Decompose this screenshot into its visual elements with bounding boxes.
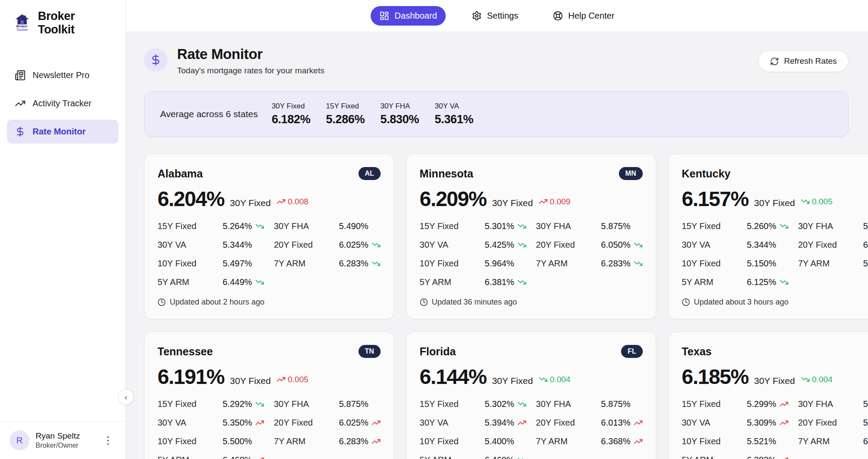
rate-label: 15Y Fixed <box>158 399 223 409</box>
rate-label: 10Y Fixed <box>158 436 223 446</box>
trending-down-icon <box>517 222 526 231</box>
rates-grid: 15Y Fixed 5.264% 30Y FHA 5.490% 30Y VA 5… <box>158 221 381 287</box>
average-summary-bar: Average across 6 states 30Y Fixed 6.182%… <box>144 91 848 137</box>
rate-value: 5.302% <box>485 399 536 409</box>
rate-value: 5.344% <box>747 240 798 250</box>
rate-value: 5.301% <box>485 221 536 231</box>
main-rate-label: 30Y Fixed <box>230 198 271 208</box>
sidebar-item-label: Rate Monitor <box>33 127 85 137</box>
clock-icon <box>158 298 166 306</box>
main-rate-value: 6.191% <box>158 365 224 389</box>
rate-label: 15Y Fixed <box>420 221 485 231</box>
stat-label: 15Y Fixed <box>326 102 365 111</box>
rate-label: 20Y Fixed <box>274 240 339 250</box>
rate-label: 7Y ARM <box>798 436 863 446</box>
rates-grid: 15Y Fixed 5.292% 30Y FHA 5.875% 30Y VA 5… <box>158 399 381 459</box>
sidebar-collapse-button[interactable]: ‹ <box>118 389 134 405</box>
trending-up-icon <box>779 418 789 427</box>
state-rate-card: Minnesota MN 6.209% 30Y Fixed 0.009 15Y … <box>406 154 656 319</box>
delta-value: 0.009 <box>550 197 571 207</box>
delta-value: 0.004 <box>550 375 571 384</box>
tab-label: Settings <box>487 11 518 21</box>
rate-label: 15Y Fixed <box>682 221 747 231</box>
sidebar-item-rate-monitor[interactable]: Rate Monitor <box>7 120 118 144</box>
rate-value: 5.400% <box>485 436 536 446</box>
sidebar-item-activity-tracker[interactable]: Activity Tracker <box>7 92 118 115</box>
tab-dashboard[interactable]: Dashboard <box>371 6 446 26</box>
stat-value: 5.286% <box>326 113 365 126</box>
refresh-icon <box>770 57 779 66</box>
state-rate-card: Alabama AL 6.204% 30Y Fixed 0.008 15Y Fi… <box>144 154 394 319</box>
stat-value: 5.361% <box>434 113 473 126</box>
rate-label: 10Y Fixed <box>420 259 485 269</box>
tab-help-center[interactable]: Help Center <box>544 6 623 26</box>
state-name: Florida <box>420 345 456 358</box>
rate-label: 10Y Fixed <box>420 436 485 446</box>
logo-word-2: Toolkit <box>16 28 28 32</box>
rate-value: 5.521% <box>747 436 798 446</box>
trending-down-icon <box>801 197 810 206</box>
rate-value: 5.990% <box>863 221 868 231</box>
rate-label: 20Y Fixed <box>798 418 863 428</box>
life-buoy-icon <box>553 11 563 21</box>
rate-value: 5.425% <box>485 240 536 250</box>
dollar-icon <box>15 126 26 137</box>
rate-label: 20Y Fixed <box>536 240 601 250</box>
rate-value: 5.292% <box>223 399 274 409</box>
state-name: Minnesota <box>420 167 473 180</box>
average-stat: 30Y FHA 5.830% <box>380 102 419 126</box>
rates-grid: 15Y Fixed 5.301% 30Y FHA 5.875% 30Y VA 5… <box>420 221 643 287</box>
rate-label: 5Y ARM <box>158 277 223 287</box>
sidebar-item-label: Newsletter Pro <box>33 70 89 80</box>
trending-down-icon <box>634 259 643 268</box>
user-name: Ryan Speltz <box>36 431 80 441</box>
updated-text: Updated about 2 hours ago <box>170 298 264 307</box>
trending-up-icon <box>634 437 643 446</box>
newspaper-icon <box>15 70 26 81</box>
rate-value: 5.993% <box>863 418 868 428</box>
rate-value: 6.050% <box>601 240 643 250</box>
delta-value: 0.004 <box>812 375 833 384</box>
app-title: Broker Toolkit <box>38 10 113 36</box>
page-subtitle: Today's mortgage rates for your markets <box>177 66 324 75</box>
gear-icon <box>472 11 482 21</box>
rate-label: 7Y ARM <box>798 259 863 269</box>
sidebar-item-label: Activity Tracker <box>33 98 92 108</box>
stat-label: 30Y Fixed <box>272 102 310 111</box>
rate-label: 10Y Fixed <box>682 259 747 269</box>
rate-value: 6.013% <box>601 418 643 428</box>
average-stat: 15Y Fixed 5.286% <box>326 102 365 126</box>
trending-down-icon <box>517 240 526 249</box>
rate-value: 5.875% <box>863 399 868 409</box>
rate-value: 5.299% <box>747 399 798 409</box>
rates-grid: 15Y Fixed 5.299% 30Y FHA 5.875% 30Y VA 5… <box>682 399 868 459</box>
trending-up-icon <box>276 375 286 384</box>
tab-label: Help Center <box>568 11 615 21</box>
rate-label: 5Y ARM <box>158 455 223 459</box>
refresh-rates-button[interactable]: Refresh Rates <box>758 50 848 72</box>
rate-label: 7Y ARM <box>274 259 339 269</box>
main-rate-value: 6.204% <box>158 187 224 211</box>
rate-label: 10Y Fixed <box>158 259 223 269</box>
trending-down-icon <box>255 278 264 287</box>
updated-text: Updated about 3 hours ago <box>694 298 789 307</box>
rate-value: 5.875% <box>601 399 643 409</box>
rate-value: 6.383% <box>747 455 798 459</box>
rates-grid: 15Y Fixed 5.302% 30Y FHA 5.875% 30Y VA 5… <box>420 399 643 459</box>
tab-settings[interactable]: Settings <box>463 6 527 26</box>
user-menu-kebab-icon[interactable]: ⋮ <box>100 433 116 448</box>
broker-toolkit-logo: Broker Toolkit <box>12 14 32 32</box>
rate-label: 20Y Fixed <box>536 418 601 428</box>
trending-down-icon <box>517 400 526 409</box>
rate-value: 5.875% <box>339 399 381 409</box>
trending-down-icon <box>372 259 381 268</box>
sidebar: Broker Toolkit Broker Toolkit Newsletter… <box>0 0 126 459</box>
delta-value: 0.008 <box>288 197 309 207</box>
sidebar-item-newsletter-pro[interactable]: Newsletter Pro <box>7 63 118 87</box>
state-name: Tennessee <box>158 345 213 358</box>
rate-value: 5.854% <box>863 259 868 269</box>
rate-value: 6.381% <box>485 277 536 287</box>
main-rate-label: 30Y Fixed <box>492 376 533 386</box>
rate-value: 5.875% <box>601 221 643 231</box>
rate-label: 30Y VA <box>682 240 747 250</box>
